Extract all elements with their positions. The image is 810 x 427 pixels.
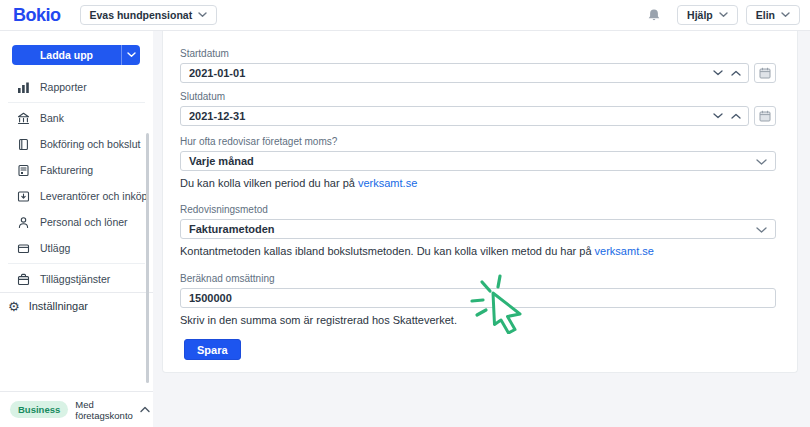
upload-options-button[interactable] <box>121 45 140 65</box>
company-name: Evas hundpensionat <box>90 9 193 21</box>
sidebar-item-installningar[interactable]: ⚙ Inställningar <box>0 292 153 319</box>
sidebar-item-personal[interactable]: Personal och löner <box>0 209 153 235</box>
help-menu-button[interactable]: Hjälp <box>677 5 738 25</box>
end-date-label: Slutdatum <box>180 91 776 103</box>
verksamt-link[interactable]: verksamt.se <box>595 245 654 257</box>
chevron-down-icon <box>756 227 767 234</box>
save-button[interactable]: Spara <box>184 339 241 360</box>
plan-label: Med företagskonto <box>75 399 133 421</box>
top-header: Bokio Evas hundpensionat Hjälp Elin <box>0 0 810 31</box>
divider <box>8 263 145 264</box>
estimated-turnover-help: Skriv in den summa som är registrerad ho… <box>180 314 776 327</box>
invoice-icon <box>17 164 30 177</box>
sidebar-item-label: Personal och löner <box>40 216 128 228</box>
sidebar-item-label: Rapporter <box>40 81 87 93</box>
sidebar-scrollbar[interactable] <box>146 133 149 383</box>
chevron-up-icon <box>731 70 741 76</box>
calendar-icon <box>759 110 771 122</box>
date-steppers <box>713 106 741 126</box>
help-menu-label: Hjälp <box>687 9 713 21</box>
bokio-logo[interactable]: Bokio <box>13 5 61 26</box>
sidebar-item-label: Inställningar <box>29 300 88 312</box>
person-icon <box>17 216 30 229</box>
vat-period-select[interactable]: Varje månad <box>180 151 776 171</box>
bar-chart-icon <box>17 81 30 94</box>
start-date-input[interactable] <box>180 63 749 83</box>
start-date-row <box>180 63 776 83</box>
card-icon <box>17 242 30 255</box>
sidebar-item-bank[interactable]: Bank <box>0 105 153 131</box>
accounting-method-label: Redovisningsmetod <box>180 204 776 216</box>
chevron-down-icon <box>756 159 767 166</box>
estimated-turnover-input[interactable] <box>180 288 776 308</box>
bell-icon <box>647 8 661 22</box>
step-up-button[interactable] <box>731 113 741 119</box>
verksamt-link[interactable]: verksamt.se <box>358 177 417 189</box>
end-date-row <box>180 106 776 126</box>
help-text: Kontantmetoden kallas ibland bokslutsmet… <box>180 245 595 257</box>
step-down-button[interactable] <box>713 70 723 76</box>
start-date-label: Startdatum <box>180 48 776 60</box>
sidebar-item-label: Bokföring och bokslut <box>40 138 140 150</box>
user-menu-label: Elin <box>756 9 775 21</box>
vat-period-help: Du kan kolla vilken period du har på ver… <box>180 177 776 190</box>
sidebar-item-fakturering[interactable]: Fakturering <box>0 157 153 183</box>
step-up-button[interactable] <box>731 70 741 76</box>
divider <box>8 102 145 103</box>
plan-badge: Business <box>10 401 68 418</box>
help-text: Du kan kolla vilken period du har på <box>180 177 358 189</box>
chevron-up-icon <box>731 113 741 119</box>
sidebar-item-label: Leverantörer och inköp <box>40 190 147 202</box>
sidebar-item-label: Bank <box>40 112 64 124</box>
bank-icon <box>17 112 30 125</box>
briefcase-icon <box>17 273 30 286</box>
sidebar-item-label: Tilläggstjänster <box>40 273 110 285</box>
chevron-down-icon <box>713 70 723 76</box>
header-actions: Hjälp Elin <box>647 5 800 25</box>
chevron-down-icon <box>713 113 723 119</box>
sidebar-spacer <box>0 319 153 391</box>
end-date-calendar-button[interactable] <box>754 106 776 126</box>
accounting-method-select[interactable]: Fakturametoden <box>180 219 776 239</box>
bokio-app-window: Bokio Evas hundpensionat Hjälp Elin <box>0 0 810 427</box>
accounting-method-value: Fakturametoden <box>189 223 275 235</box>
settings-form-card: Startdatum Slutda <box>162 31 798 373</box>
sidebar-item-tillaggstjanster[interactable]: Tilläggstjänster <box>0 266 153 292</box>
vat-period-label: Hur ofta redovisar företaget moms? <box>180 136 776 148</box>
notifications-button[interactable] <box>647 8 661 22</box>
estimated-turnover-label: Beräknad omsättning <box>180 273 776 285</box>
sidebar-item-label: Utlägg <box>40 242 70 254</box>
sidebar-item-bokforing[interactable]: Bokföring och bokslut <box>0 131 153 157</box>
calendar-icon <box>759 67 771 79</box>
date-steppers <box>713 63 741 83</box>
chevron-down-icon <box>198 12 207 18</box>
chevron-down-icon <box>127 52 136 58</box>
plan-collapse-button[interactable] <box>140 406 150 413</box>
start-date-calendar-button[interactable] <box>754 63 776 83</box>
company-selector[interactable]: Evas hundpensionat <box>80 5 218 25</box>
gear-icon: ⚙ <box>8 300 20 313</box>
end-date-input[interactable] <box>180 106 749 126</box>
sidebar-item-rapporter[interactable]: Rapporter <box>0 74 153 100</box>
sidebar-item-leverantorer[interactable]: Leverantörer och inköp <box>0 183 153 209</box>
sidebar: Ladda upp Rapporter Bank <box>0 31 153 427</box>
chevron-down-icon <box>719 12 728 18</box>
vat-period-value: Varje månad <box>189 155 254 167</box>
plan-footer[interactable]: Business Med företagskonto <box>0 391 153 427</box>
upload-split-button: Ladda upp <box>12 45 140 65</box>
user-menu-button[interactable]: Elin <box>746 5 800 25</box>
book-icon <box>17 138 30 151</box>
main-content: Startdatum Slutda <box>153 31 810 427</box>
accounting-method-help: Kontantmetoden kallas ibland bokslutsmet… <box>180 245 776 258</box>
sidebar-item-label: Fakturering <box>40 164 93 176</box>
chevron-down-icon <box>781 12 790 18</box>
sidebar-item-utlagg[interactable]: Utlägg <box>0 235 153 261</box>
sidebar-nav: Rapporter Bank Bokföring och bokslut Fak <box>0 74 153 292</box>
inbox-icon <box>17 190 30 203</box>
upload-button[interactable]: Ladda upp <box>12 45 121 65</box>
chevron-up-icon <box>140 406 150 413</box>
step-down-button[interactable] <box>713 113 723 119</box>
